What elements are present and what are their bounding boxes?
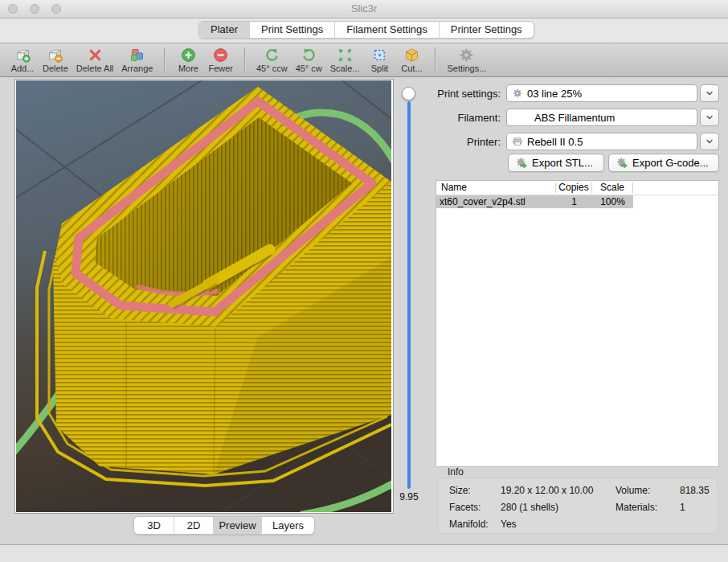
tab-plater[interactable]: Plater [199,22,250,38]
export-stl-icon [515,157,528,170]
facets-label: Facets: [449,502,481,513]
view-mode-tabs: 3D 2D Preview Layers [133,516,315,535]
view-tab-3d[interactable]: 3D [134,517,174,534]
rotate-cw-button[interactable]: 45° cw [296,47,322,73]
add-button[interactable]: Add... [10,47,35,73]
printer-icon [512,136,523,147]
object-list-table: Name Copies Scale xt60_cover_v2p4.stl 1 … [436,180,719,467]
view-tab-preview[interactable]: Preview [214,517,262,534]
table-header: Name Copies Scale [436,181,718,195]
layer-slider-track[interactable] [407,101,411,489]
tab-filament-settings[interactable]: Filament Settings [335,22,439,38]
layer-slider-value: 9.95 [391,491,427,503]
print-settings-combo[interactable]: 03 line 25% [506,84,697,102]
volume-value: 818.35 [680,485,710,496]
column-header-copies[interactable]: Copies [556,183,592,193]
arrange-button[interactable]: Arrange [121,47,153,73]
delete-button[interactable]: Delete [43,47,68,73]
size-label: Size: [449,485,471,496]
rotate-ccw-icon [264,47,280,64]
print-settings-label: Print settings: [430,88,501,100]
scale-icon [337,47,354,64]
table-row[interactable]: xt60_cover_v2p4.stl 1 100% [436,195,633,208]
column-header-name[interactable]: Name [436,183,556,193]
main-tab-strip: Plater Print Settings Filament Settings … [0,18,728,43]
delete-all-button[interactable]: Delete All [76,47,113,73]
filament-combo[interactable]: ABS Fillamentum [506,109,697,126]
toolbar-separator [244,47,245,73]
split-button[interactable]: Split [367,47,391,73]
cut-button[interactable]: Cut... [399,47,423,73]
fewer-button[interactable]: Fewer [208,47,233,73]
printer-value: Rebell II 0.5 [527,136,583,148]
3d-preview-canvas[interactable] [16,80,391,512]
printer-label: Printer: [430,136,501,148]
main-tabs: Plater Print Settings Filament Settings … [198,21,534,39]
fewer-icon [212,47,229,64]
window-title: Slic3r [0,0,728,18]
size-value: 19.20 x 12.00 x 10.00 [501,485,593,496]
chevron-down-icon [705,137,714,146]
filament-value: ABS Fillamentum [534,112,615,124]
delete-all-icon [87,47,104,64]
materials-label: Materials: [616,502,657,513]
column-header-scale[interactable]: Scale [592,183,633,193]
chevron-down-icon [705,88,714,98]
volume-label: Volume: [616,485,650,496]
filament-label: Filament: [430,112,501,124]
more-button[interactable]: More [176,47,200,73]
arrange-icon [129,47,145,64]
export-gcode-button[interactable]: Export G-code... [608,154,719,172]
view-tab-2d[interactable]: 2D [174,517,214,534]
info-panel: Size: 19.20 x 12.00 x 10.00 Volume: 818.… [437,478,718,534]
rotate-cw-icon [301,47,317,64]
printer-dropdown-button[interactable] [700,133,719,150]
manifold-value: Yes [501,519,517,530]
toolbar-separator [435,47,436,73]
info-panel-title: Info [448,466,464,478]
filament-dropdown-button[interactable] [700,109,719,126]
layer-slider-knob[interactable] [402,87,415,101]
status-bar [0,545,728,562]
gear-icon [512,88,523,99]
add-icon [14,47,31,64]
manifold-label: Manifold: [449,519,489,530]
view-tab-layers[interactable]: Layers [262,517,314,534]
print-settings-dropdown-button[interactable] [700,84,719,102]
plater-toolbar: Add... Delete Delete All Arrange [0,43,728,77]
cut-icon [403,47,420,64]
printer-combo[interactable]: Rebell II 0.5 [506,133,697,150]
export-stl-button[interactable]: Export STL... [508,154,604,172]
export-gcode-icon [616,157,628,170]
scale-button[interactable]: Scale... [330,47,360,73]
materials-value: 1 [680,502,685,513]
toolbar-separator [164,47,165,73]
rotate-ccw-button[interactable]: 45° ccw [256,47,288,73]
more-icon [180,47,197,64]
delete-icon [47,47,63,64]
title-bar: Slic3r [0,0,728,18]
facets-value: 280 (1 shells) [501,502,558,513]
chevron-down-icon [705,113,714,122]
settings-gear-icon [458,47,475,64]
print-settings-value: 03 line 25% [527,88,582,100]
tab-printer-settings[interactable]: Printer Settings [440,22,534,38]
tab-print-settings[interactable]: Print Settings [250,22,335,38]
settings-button[interactable]: Settings... [447,47,486,73]
split-icon [371,47,388,64]
